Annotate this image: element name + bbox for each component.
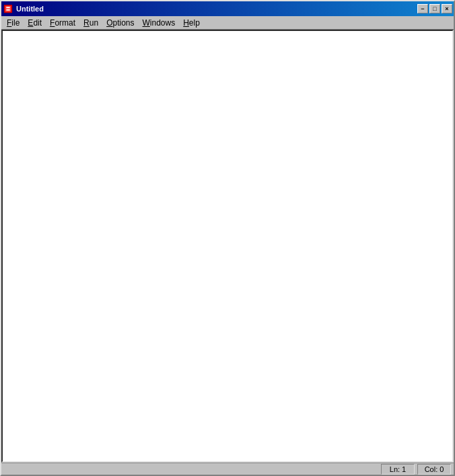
line-status: Ln: 1 [381,464,415,475]
editor-area [1,30,454,463]
menu-options[interactable]: Options [102,17,138,29]
main-window: Untitled − □ × File Edit Format Run Opti… [0,0,455,476]
menu-run[interactable]: Run [79,17,102,29]
menu-file[interactable]: File [3,17,24,29]
title-bar-buttons: − □ × [417,4,452,13]
text-editor[interactable] [1,30,454,463]
menu-edit[interactable]: Edit [24,17,46,29]
minimize-button[interactable]: − [417,4,428,13]
menu-format[interactable]: Format [46,17,79,29]
col-status: Col: 0 [417,464,451,475]
svg-rect-1 [5,6,11,12]
close-button[interactable]: × [442,4,452,13]
menu-windows[interactable]: Windows [139,17,180,29]
maximize-button[interactable]: □ [429,4,440,13]
svg-rect-2 [6,7,9,8]
app-icon [3,3,13,14]
status-bar: Ln: 1 Col: 0 [1,463,454,475]
menu-help[interactable]: Help [179,17,204,29]
svg-rect-3 [6,9,9,11]
title-bar-left: Untitled [3,3,44,14]
title-bar: Untitled − □ × [1,1,454,16]
menu-bar: File Edit Format Run Options Windows Hel… [1,16,454,30]
window-title: Untitled [16,5,44,13]
